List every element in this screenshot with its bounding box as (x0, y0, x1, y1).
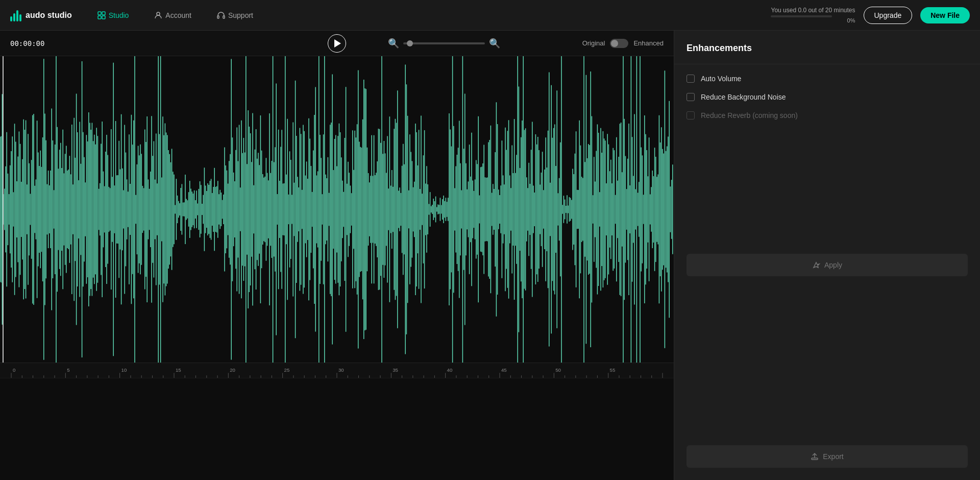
zoom-controls: 🔍 🔍 (388, 38, 500, 49)
toggle-switch[interactable] (610, 39, 628, 48)
export-label: Export (823, 452, 843, 461)
zoom-slider[interactable] (403, 42, 485, 44)
auto-volume-label: Auto Volume (701, 75, 741, 83)
panel-spacer (674, 276, 980, 445)
logo-bar-2 (13, 13, 15, 21)
svg-rect-0 (98, 12, 101, 15)
right-panel: Enhancements Auto Volume Reduce Backgrou… (674, 31, 980, 480)
nav-item-studio[interactable]: Studio (92, 8, 134, 22)
enhancement-auto-volume: Auto Volume (687, 75, 968, 83)
svg-text:5: 5 (67, 367, 69, 373)
time-display: 00:00:00 (10, 39, 44, 47)
waveform-canvas[interactable]: .wave { stroke: #6effd4; stroke-width: 1… (0, 56, 674, 363)
svg-text:40: 40 (447, 367, 453, 373)
export-icon (811, 452, 819, 461)
logo-bar-4 (19, 14, 21, 21)
original-label: Original (582, 39, 605, 47)
svg-text:25: 25 (284, 367, 290, 373)
reduce-noise-label: Reduce Background Noise (701, 93, 786, 101)
svg-text:20: 20 (230, 367, 235, 373)
svg-text:0: 0 (13, 367, 15, 373)
logo-bar-3 (16, 10, 18, 21)
magic-icon (812, 261, 820, 269)
svg-point-4 (157, 12, 160, 15)
nav-item-support[interactable]: Support (212, 8, 258, 22)
usage-text: You used 0.0 out of 20 minutes (771, 7, 855, 14)
waveform-svg: .wave { stroke: #6effd4; stroke-width: 1… (0, 56, 674, 363)
nav-studio-label: Studio (109, 11, 129, 19)
svg-rect-1 (102, 12, 105, 15)
header: audo studio Studio Account (0, 0, 980, 31)
svg-rect-3 (102, 16, 105, 19)
header-right: You used 0.0 out of 20 minutes 0% Upgrad… (771, 7, 970, 24)
zoom-in-icon[interactable]: 🔍 (489, 38, 500, 49)
reduce-reverb-label: Reduce Reverb (coming soon) (701, 111, 798, 119)
logo-bar-1 (10, 16, 12, 21)
headphone-icon (217, 11, 225, 19)
play-icon (334, 39, 341, 47)
main-nav: Studio Account Support (92, 8, 771, 22)
apply-button[interactable]: Apply (687, 254, 968, 276)
logo: audo studio (10, 9, 72, 21)
auto-volume-checkbox[interactable] (687, 75, 695, 83)
panel-content: Auto Volume Reduce Background Noise Redu… (674, 64, 980, 254)
usage-percent: 0% (771, 17, 855, 23)
enhanced-label: Enhanced (633, 39, 664, 47)
grid-icon (97, 11, 106, 19)
nav-account-label: Account (165, 11, 191, 19)
upgrade-button[interactable]: Upgrade (864, 7, 913, 24)
nav-support-label: Support (228, 11, 253, 19)
svg-text:45: 45 (501, 367, 507, 373)
panel-title: Enhancements (674, 31, 980, 64)
toolbar: 00:00:00 🔍 🔍 Original Enhanced (0, 31, 674, 56)
svg-rect-681 (812, 458, 818, 460)
usage-info: You used 0.0 out of 20 minutes 0% (771, 7, 855, 23)
svg-text:55: 55 (610, 367, 616, 373)
svg-rect-5 (217, 16, 219, 18)
new-file-button[interactable]: New File (920, 7, 970, 23)
original-enhanced-toggle: Original Enhanced (582, 39, 664, 48)
svg-text:35: 35 (393, 367, 398, 373)
play-button[interactable] (328, 34, 346, 53)
bottom-area (0, 378, 674, 480)
user-icon (154, 11, 162, 19)
logo-icon (10, 9, 21, 21)
svg-rect-6 (223, 16, 225, 18)
logo-text: audo studio (26, 11, 72, 20)
reduce-reverb-checkbox (687, 111, 695, 119)
reduce-noise-checkbox[interactable] (687, 93, 695, 101)
timeline: 0510152025303540455055 (0, 363, 674, 378)
apply-label: Apply (824, 261, 842, 269)
svg-text:30: 30 (338, 367, 344, 373)
svg-text:50: 50 (555, 367, 561, 373)
nav-item-account[interactable]: Account (149, 8, 197, 22)
svg-rect-2 (98, 16, 101, 19)
main-layout: 00:00:00 🔍 🔍 Original Enhanced (0, 31, 980, 480)
svg-text:10: 10 (121, 367, 127, 373)
play-controls (328, 34, 346, 53)
zoom-out-icon[interactable]: 🔍 (388, 38, 399, 49)
enhancement-reduce-noise: Reduce Background Noise (687, 93, 968, 101)
export-button[interactable]: Export (687, 445, 968, 468)
enhancement-reduce-reverb: Reduce Reverb (coming soon) (687, 111, 968, 119)
timeline-svg: 0510152025303540455055 (0, 363, 674, 378)
waveform-area: 00:00:00 🔍 🔍 Original Enhanced (0, 31, 674, 480)
toggle-knob (611, 40, 618, 47)
svg-text:15: 15 (176, 367, 181, 373)
